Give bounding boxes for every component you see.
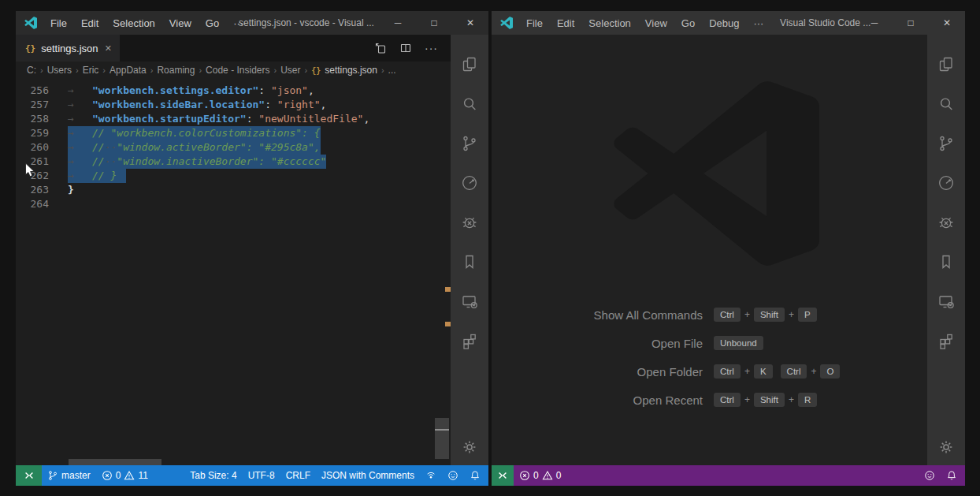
code-line[interactable]: 259 →// "workbench.colorCustomizations":…	[16, 126, 451, 140]
menu-go[interactable]: Go	[674, 17, 702, 29]
line-number[interactable]: 264	[16, 197, 49, 211]
line-number[interactable]: 259	[16, 126, 49, 140]
history-icon[interactable]	[451, 163, 488, 203]
code-line[interactable]: 264	[16, 197, 451, 211]
empty-editor[interactable]: Show All Commands Ctrl+ Shift+ P Open Fi…	[492, 35, 927, 465]
comment: "window.activeBorder": "#295c8a",	[117, 141, 320, 153]
menu-selection[interactable]: Selection	[581, 17, 637, 29]
bookmarks-icon[interactable]	[451, 242, 488, 282]
search-icon[interactable]	[451, 84, 488, 124]
explorer-icon[interactable]	[927, 45, 965, 84]
activity-bar	[451, 35, 488, 465]
minimize-button[interactable]: ─	[380, 11, 416, 35]
line-number[interactable]: 260	[16, 140, 49, 155]
title-bar: File Edit Selection View Go Debug ··· Vi…	[492, 11, 965, 35]
git-branch-status[interactable]: master	[42, 465, 96, 486]
menu-file[interactable]: File	[43, 17, 74, 29]
language-mode-status[interactable]: JSON with Comments	[316, 465, 420, 486]
chevron-right-icon: ›	[305, 65, 308, 75]
remote-indicator[interactable]	[492, 465, 514, 486]
bookmarks-icon[interactable]	[927, 242, 965, 282]
punctuation: ,	[308, 84, 314, 96]
code-line[interactable]: 262 →// }	[16, 169, 451, 183]
maximize-button[interactable]: □	[893, 11, 929, 35]
split-editor-icon[interactable]	[399, 42, 412, 54]
code-editor[interactable]: 256 →"workbench.settings.editor": "json"…	[16, 79, 451, 465]
close-button[interactable]: ✕	[929, 11, 965, 35]
remote-explorer-icon[interactable]	[451, 282, 488, 321]
code-line[interactable]: 261 →//··"window.inactiveBorder": "#cccc…	[16, 155, 451, 169]
breadcrumb-item[interactable]: C:	[27, 65, 36, 76]
code-line[interactable]: 260 →//··"window.activeBorder": "#295c8a…	[16, 140, 451, 155]
code-line[interactable]: 256 →"workbench.settings.editor": "json"…	[16, 84, 451, 98]
menu-view[interactable]: View	[638, 17, 674, 29]
tab-close-icon[interactable]: ✕	[105, 43, 112, 54]
debug-bug-icon[interactable]	[451, 203, 488, 242]
breadcrumb-item[interactable]: User	[280, 65, 300, 76]
source-control-icon[interactable]	[451, 124, 488, 163]
menu-selection[interactable]: Selection	[106, 17, 161, 29]
menu-view[interactable]: View	[162, 17, 199, 29]
menu-go[interactable]: Go	[199, 17, 226, 29]
problems-status[interactable]: 0 0	[514, 465, 566, 486]
open-changes-icon[interactable]	[374, 42, 387, 54]
settings-gear-icon[interactable]	[927, 438, 965, 457]
breadcrumb-item[interactable]: Eric	[83, 65, 99, 76]
more-actions-icon[interactable]: ···	[425, 42, 438, 54]
source-control-icon[interactable]	[927, 124, 965, 163]
menu-edit[interactable]: Edit	[74, 17, 106, 29]
line-number[interactable]: 263	[16, 183, 49, 197]
problems-status[interactable]: 0 11	[96, 465, 154, 486]
code-line[interactable]: 263 }	[16, 183, 451, 197]
error-count: 0	[116, 470, 121, 481]
vscode-watermark-logo	[608, 79, 819, 268]
menu-overflow[interactable]: ···	[746, 17, 770, 29]
eol-status[interactable]: CRLF	[280, 465, 316, 486]
screencast-icon[interactable]	[420, 465, 442, 486]
json-value: "json"	[271, 84, 308, 96]
breadcrumb-item[interactable]: Code - Insiders	[206, 65, 269, 76]
tab-settings-json[interactable]: {} settings.json ✕	[16, 35, 120, 62]
line-number[interactable]: 257	[16, 98, 49, 112]
remote-indicator[interactable]	[16, 465, 42, 486]
line-number[interactable]: 256	[16, 84, 49, 98]
feedback-smiley-icon[interactable]	[442, 465, 464, 486]
tab-whitespace-arrow: →	[68, 169, 92, 183]
remote-explorer-icon[interactable]	[927, 282, 965, 321]
horizontal-scrollbar[interactable]	[69, 459, 161, 465]
settings-gear-icon[interactable]	[451, 438, 488, 457]
maximize-button[interactable]: □	[416, 11, 452, 35]
encoding-status[interactable]: UTF-8	[243, 465, 280, 486]
breadcrumb-tail[interactable]: ...	[388, 65, 396, 76]
vertical-scrollbar[interactable]	[435, 418, 449, 459]
line-number[interactable]: 258	[16, 112, 49, 126]
chevron-right-icon: ›	[102, 65, 106, 75]
explorer-icon[interactable]	[451, 45, 488, 84]
menu-file[interactable]: File	[519, 17, 550, 29]
tab-size-status[interactable]: Tab Size: 4	[184, 465, 242, 486]
breadcrumb-item[interactable]: Roaming	[157, 65, 195, 76]
breadcrumb-item[interactable]: AppData	[110, 65, 147, 76]
shortcut-row: Open Folder Ctrl+ K Ctrl+ O	[492, 357, 927, 386]
keycap: Ctrl	[714, 393, 741, 407]
code-line[interactable]: 258 →"workbench.startupEditor": "newUnti…	[16, 112, 451, 126]
extensions-icon[interactable]	[451, 321, 488, 360]
breadcrumb-item[interactable]: Users	[47, 65, 72, 76]
close-button[interactable]: ✕	[452, 11, 488, 35]
extensions-icon[interactable]	[927, 321, 965, 360]
code-line[interactable]: 257 →"workbench.sideBar.location": "righ…	[16, 98, 451, 112]
debug-bug-icon[interactable]	[927, 203, 965, 242]
feedback-smiley-icon[interactable]	[919, 465, 941, 486]
menu-debug[interactable]: Debug	[702, 17, 746, 29]
notifications-bell-icon[interactable]	[464, 465, 488, 486]
branch-name: master	[61, 470, 91, 481]
search-icon[interactable]	[927, 84, 965, 124]
keycap: Ctrl	[714, 308, 741, 322]
shortcut-row: Open Recent Ctrl+ Shift+ R	[492, 386, 927, 414]
menu-edit[interactable]: Edit	[550, 17, 581, 29]
tab-whitespace-arrow: →	[68, 155, 92, 169]
notifications-bell-icon[interactable]	[941, 465, 965, 486]
error-icon	[102, 470, 113, 481]
history-icon[interactable]	[927, 163, 965, 203]
breadcrumb-file[interactable]: settings.json	[325, 65, 377, 76]
